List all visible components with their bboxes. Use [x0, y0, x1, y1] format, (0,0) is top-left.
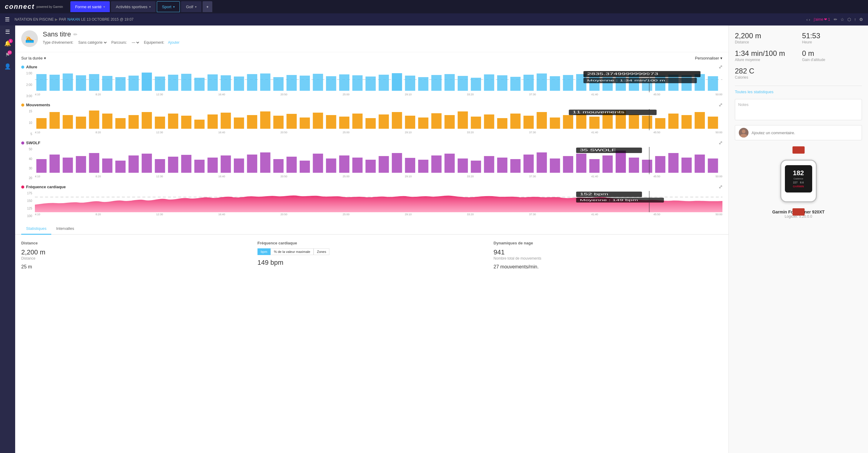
swim-val: 941 — [493, 248, 722, 256]
svg-rect-142 — [418, 160, 429, 173]
hr-val: 149 bpm — [257, 259, 487, 266]
swolf-chart-area: 50 40 30 20 — [21, 147, 722, 180]
svg-rect-71 — [208, 114, 218, 129]
heart-chart-title: Fréquence cardiaque ⤢ — [21, 184, 722, 190]
svg-rect-161 — [669, 153, 679, 173]
y-label: 150 — [21, 199, 32, 202]
edit-icon[interactable]: ✏ — [834, 17, 837, 22]
svg-rect-151 — [536, 152, 547, 173]
y-label: 1:00 — [21, 72, 32, 75]
tab-statistiques[interactable]: Statistiques — [21, 223, 51, 235]
svg-rect-108 — [694, 112, 705, 129]
allure-x-labels: 4:108:2012:3016:4020:5025:0029:1033:2037… — [35, 93, 722, 98]
svg-rect-67 — [155, 117, 165, 129]
svg-rect-18 — [260, 74, 271, 91]
svg-rect-97 — [550, 117, 560, 129]
sidebar-icon-alerts[interactable]: ⚑ 57 — [5, 52, 10, 58]
distance2-val: 25 m — [21, 264, 250, 270]
prev-arrow-icon[interactable]: ‹ — [806, 17, 808, 22]
svg-rect-152 — [550, 159, 560, 173]
all-stats-link[interactable]: Toutes les statistiques — [735, 90, 773, 94]
alerts-badge: 57 — [8, 50, 12, 55]
action-icons: ✏ ☆ ⬡ ↑ ⚙ — [834, 17, 863, 22]
svg-rect-63 — [102, 114, 113, 129]
svg-rect-35 — [484, 75, 494, 91]
tab-golf[interactable]: Golf ▾ — [181, 1, 202, 12]
tab-intervalles[interactable]: Intervalles — [51, 223, 79, 235]
svg-rect-83 — [366, 118, 376, 129]
svg-rect-123 — [168, 157, 178, 173]
course-select[interactable]: — — [130, 40, 140, 45]
hr-btn-bpm[interactable]: bpm — [257, 248, 271, 255]
svg-rect-146 — [471, 161, 481, 173]
heart-label: Fréquence cardiaque — [26, 185, 66, 189]
stats-tabs: Statistiques Intervalles — [15, 223, 728, 235]
mouvements-expand-icon[interactable]: ⤢ — [718, 102, 722, 108]
mouvements-label: Mouvements — [26, 103, 50, 107]
hr-btn-zones[interactable]: Zones — [314, 248, 330, 255]
svg-rect-92 — [484, 114, 494, 129]
swolf-expand-icon[interactable]: ⤢ — [718, 140, 722, 146]
allure-dot — [21, 65, 24, 68]
svg-rect-82 — [352, 114, 363, 129]
share-icon[interactable]: ⬡ — [847, 17, 851, 22]
tab-sport[interactable]: Sport ▾ — [157, 1, 180, 12]
svg-rect-147 — [484, 156, 494, 173]
y-label: 100 — [21, 214, 32, 218]
svg-rect-84 — [379, 114, 389, 129]
svg-rect-131 — [273, 159, 284, 173]
heart-expand-icon[interactable]: ⤢ — [718, 184, 722, 190]
event-type-select[interactable]: Sans catégorie — [77, 40, 108, 45]
like-button[interactable]: j'aime ❤ 1 — [814, 17, 830, 22]
svg-rect-128 — [234, 159, 244, 173]
tab-plus[interactable]: + — [203, 1, 212, 12]
export-icon[interactable]: ↑ — [854, 17, 856, 22]
notes-box[interactable]: Notes — [735, 99, 862, 120]
svg-rect-148 — [497, 158, 507, 173]
right-panel: 2,200 m Distance 51:53 Heure 1:34 min/10… — [728, 26, 868, 453]
stats-divider — [735, 86, 862, 86]
personalize-arrow-icon: ▾ — [720, 56, 722, 60]
sidebar-icon-notifications[interactable]: 🔔 1 — [4, 40, 11, 47]
duration-select[interactable]: Sur la durée ▾ — [21, 56, 46, 60]
sidebar-icon-menu[interactable]: ☰ — [5, 29, 10, 35]
svg-rect-105 — [655, 118, 665, 129]
next-arrow-icon[interactable]: › — [809, 17, 810, 22]
svg-rect-65 — [129, 115, 139, 129]
svg-rect-27 — [379, 75, 389, 91]
tab-activites[interactable]: Activités sportives ▾ — [111, 1, 156, 12]
activity-name: Sans titre — [43, 30, 71, 38]
svg-rect-61 — [76, 117, 86, 129]
powered-by: powered by Garmin — [36, 5, 63, 8]
settings-icon[interactable]: ⚙ — [859, 17, 863, 22]
svg-rect-86 — [405, 116, 415, 129]
menu-icon[interactable]: ☰ — [5, 16, 10, 23]
stat-distance-lbl: Distance — [735, 40, 795, 44]
svg-rect-127 — [221, 155, 231, 173]
personalize-button[interactable]: Personnaliser ▾ — [695, 56, 723, 60]
sub-val-1: 227 — [793, 181, 798, 184]
hr-btn-max[interactable]: % de la valeur maximale — [271, 248, 314, 255]
svg-rect-164 — [708, 159, 718, 173]
svg-rect-133 — [300, 161, 310, 173]
allure-expand-icon[interactable]: ⤢ — [718, 64, 722, 70]
star-icon[interactable]: ☆ — [840, 17, 844, 22]
svg-rect-30 — [418, 77, 429, 91]
equipment-link[interactable]: Ajouter — [168, 40, 180, 45]
tab-forme-sante[interactable]: Forme et santé ▾ — [70, 1, 110, 12]
svg-rect-121 — [142, 153, 152, 173]
swim-group-title: Dynamiques de nage — [493, 241, 722, 245]
sidebar-icon-profile[interactable]: 👤 — [4, 63, 11, 70]
heart-x-labels: 4:108:2012:3016:4020:5025:0029:1033:2037… — [35, 213, 722, 218]
swim-val2: 27 mouvements/min. — [493, 264, 722, 270]
swolf-dot — [21, 141, 24, 144]
svg-rect-113 — [36, 159, 47, 173]
svg-rect-33 — [458, 76, 468, 91]
chevron-down-icon: ▾ — [195, 5, 196, 8]
title-edit-icon[interactable]: ✏ — [73, 32, 78, 37]
y-label: 30 — [21, 167, 32, 170]
equipment-label: Equipement: — [144, 40, 164, 45]
allure-label: Allure — [26, 65, 37, 69]
watch-strap-bottom — [793, 208, 805, 216]
comment-input[interactable] — [751, 131, 858, 135]
